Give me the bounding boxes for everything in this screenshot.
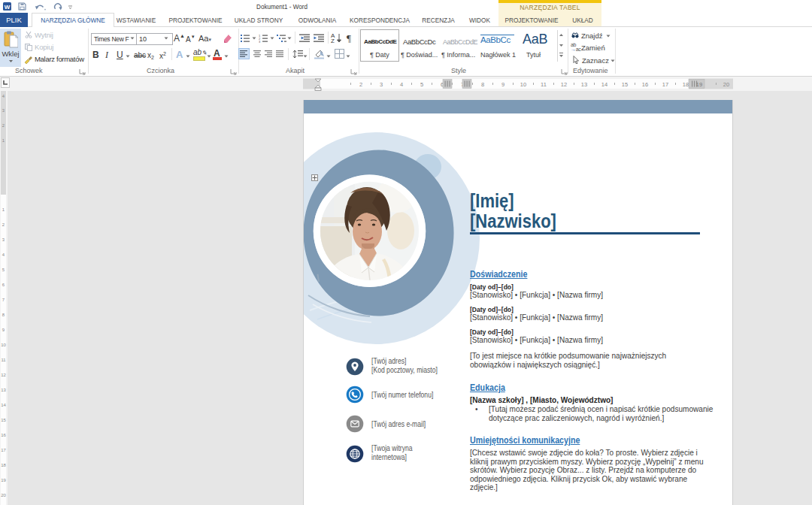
svg-text:10: 10 [520,81,526,88]
svg-text:16: 16 [642,81,648,88]
svg-text:12: 12 [561,81,567,88]
svg-text:4: 4 [400,81,403,88]
svg-text:15: 15 [622,81,628,88]
svg-text:14: 14 [601,81,607,88]
svg-text:5: 5 [420,81,423,88]
svg-text:18: 18 [683,81,689,88]
svg-text:18: 18 [1,463,6,467]
svg-text:19: 19 [696,81,702,88]
svg-text:8: 8 [481,81,484,88]
svg-text:20: 20 [723,81,729,88]
svg-text:10: 10 [1,343,6,347]
svg-text:9: 9 [501,81,504,88]
svg-text:19: 19 [1,478,6,482]
svg-text:17: 17 [1,448,6,452]
svg-text:W: W [5,4,11,11]
svg-text:13: 13 [1,388,6,392]
svg-text:3: 3 [380,81,383,88]
svg-text:11: 11 [1,358,6,362]
svg-text:14: 14 [1,403,6,407]
svg-text:15: 15 [1,418,6,422]
svg-text:11: 11 [541,81,547,88]
svg-text:20: 20 [1,493,6,497]
svg-text:3: 3 [259,40,261,43]
svg-text:16: 16 [1,433,6,437]
svg-text:12: 12 [1,373,6,377]
svg-text:13: 13 [581,81,587,88]
svg-text:2: 2 [359,81,362,88]
svg-text:17: 17 [662,81,668,88]
